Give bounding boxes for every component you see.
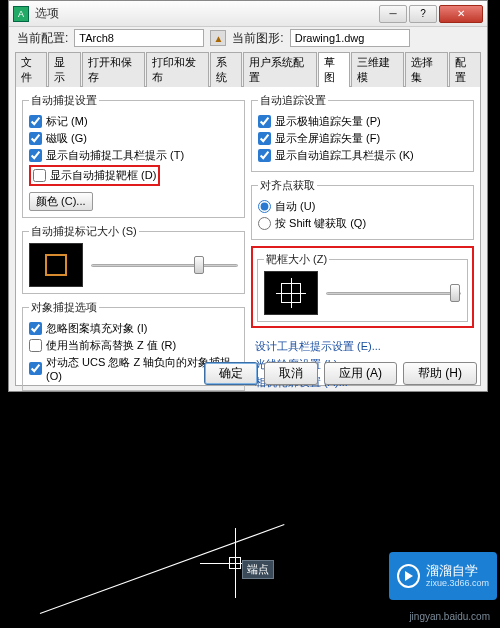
help-button[interactable]: ? bbox=[409, 5, 437, 23]
radio-shift[interactable]: 按 Shift 键获取 (Q) bbox=[258, 216, 467, 231]
tab-file[interactable]: 文件 bbox=[15, 52, 47, 87]
chk-track-tip-box[interactable] bbox=[258, 149, 271, 162]
chk-aperture[interactable]: 显示自动捕捉靶框 (D) bbox=[33, 168, 156, 183]
chk-polar-vec-box[interactable] bbox=[258, 115, 271, 128]
options-dialog: A 选项 ─ ? ✕ 当前配置: TArch8 ▲ 当前图形: Drawing1… bbox=[8, 0, 488, 392]
right-column: 自动追踪设置 显示极轴追踪矢量 (P) 显示全屏追踪矢量 (F) 显示自动追踪工… bbox=[251, 93, 474, 379]
ok-button[interactable]: 确定 bbox=[204, 362, 258, 385]
config-value: TArch8 bbox=[74, 29, 204, 47]
apply-button[interactable]: 应用 (A) bbox=[324, 362, 397, 385]
config-label: 当前配置: bbox=[17, 30, 68, 47]
watermark: jingyan.baidu.com bbox=[409, 611, 490, 622]
chk-replace-z[interactable]: 使用当前标高替换 Z 值 (R) bbox=[29, 338, 238, 353]
chk-full-vec[interactable]: 显示全屏追踪矢量 (F) bbox=[258, 131, 467, 146]
drawing-label: 当前图形: bbox=[232, 30, 283, 47]
minimize-button[interactable]: ─ bbox=[379, 5, 407, 23]
aperture-size-slider[interactable] bbox=[326, 284, 461, 302]
chk-magnet-box[interactable] bbox=[29, 132, 42, 145]
marker-size-slider[interactable] bbox=[91, 256, 238, 274]
chk-tooltip[interactable]: 显示自动捕捉工具栏提示 (T) bbox=[29, 148, 238, 163]
chk-magnet[interactable]: 磁吸 (G) bbox=[29, 131, 238, 146]
tab-display[interactable]: 显示 bbox=[48, 52, 80, 87]
marker-size-group: 自动捕捉标记大小 (S) bbox=[22, 224, 245, 294]
chk-track-tip[interactable]: 显示自动追踪工具栏提示 (K) bbox=[258, 148, 467, 163]
tab-selection[interactable]: 选择集 bbox=[405, 52, 448, 87]
highlight-aperture-size: 靶框大小 (Z) bbox=[251, 246, 474, 328]
tab-opensave[interactable]: 打开和保存 bbox=[82, 52, 145, 87]
tab-profiles[interactable]: 配置 bbox=[449, 52, 481, 87]
align-point-legend: 对齐点获取 bbox=[258, 178, 317, 193]
left-column: 自动捕捉设置 标记 (M) 磁吸 (G) 显示自动捕捉工具栏提示 (T) 显示自… bbox=[22, 93, 245, 379]
help-dialog-button[interactable]: 帮助 (H) bbox=[403, 362, 477, 385]
drawing-icon: ▲ bbox=[210, 30, 226, 46]
marker-size-legend: 自动捕捉标记大小 (S) bbox=[29, 224, 139, 239]
radio-auto-dot[interactable] bbox=[258, 200, 271, 213]
highlight-aperture-checkbox: 显示自动捕捉靶框 (D) bbox=[29, 165, 160, 186]
tab-drafting[interactable]: 草图 bbox=[318, 52, 350, 87]
chk-tooltip-box[interactable] bbox=[29, 149, 42, 162]
chk-full-vec-box[interactable] bbox=[258, 132, 271, 145]
aperture-size-legend: 靶框大小 (Z) bbox=[264, 252, 329, 267]
design-tooltip-button[interactable]: 设计工具栏提示设置 (E)... bbox=[255, 339, 470, 354]
brand-badge[interactable]: 溜溜自学 zixue.3d66.com bbox=[389, 552, 497, 600]
aperture-size-group: 靶框大小 (Z) bbox=[257, 252, 468, 322]
snap-tooltip: 端点 bbox=[242, 560, 274, 579]
chk-dyn-ucs-box[interactable] bbox=[29, 362, 42, 375]
marker-preview bbox=[29, 243, 83, 287]
cancel-button[interactable]: 取消 bbox=[264, 362, 318, 385]
drawing-value: Drawing1.dwg bbox=[290, 29, 410, 47]
close-button[interactable]: ✕ bbox=[439, 5, 483, 23]
autotrack-group: 自动追踪设置 显示极轴追踪矢量 (P) 显示全屏追踪矢量 (F) 显示自动追踪工… bbox=[251, 93, 474, 172]
chk-replace-z-box[interactable] bbox=[29, 339, 42, 352]
tab-userpref[interactable]: 用户系统配置 bbox=[243, 52, 316, 87]
window-title: 选项 bbox=[35, 5, 377, 22]
play-icon bbox=[397, 564, 420, 588]
chk-polar-vec[interactable]: 显示极轴追踪矢量 (P) bbox=[258, 114, 467, 129]
tab-3dmodel[interactable]: 三维建模 bbox=[351, 52, 404, 87]
chk-ignore-hatch-box[interactable] bbox=[29, 322, 42, 335]
align-point-group: 对齐点获取 自动 (U) 按 Shift 键获取 (Q) bbox=[251, 178, 474, 240]
chk-aperture-box[interactable] bbox=[33, 169, 46, 182]
brand-sub: zixue.3d66.com bbox=[426, 578, 489, 588]
tab-print[interactable]: 打印和发布 bbox=[146, 52, 209, 87]
drawing-canvas[interactable]: 端点 溜溜自学 zixue.3d66.com jingyan.baidu.com bbox=[0, 398, 500, 628]
autotrack-legend: 自动追踪设置 bbox=[258, 93, 328, 108]
chk-mark[interactable]: 标记 (M) bbox=[29, 114, 238, 129]
radio-shift-dot[interactable] bbox=[258, 217, 271, 230]
radio-auto[interactable]: 自动 (U) bbox=[258, 199, 467, 214]
titlebar: A 选项 ─ ? ✕ bbox=[9, 1, 487, 27]
header-row: 当前配置: TArch8 ▲ 当前图形: Drawing1.dwg bbox=[9, 27, 487, 49]
tab-strip: 文件 显示 打开和保存 打印和发布 系统 用户系统配置 草图 三维建模 选择集 … bbox=[9, 51, 487, 86]
autosnap-group: 自动捕捉设置 标记 (M) 磁吸 (G) 显示自动捕捉工具栏提示 (T) 显示自… bbox=[22, 93, 245, 218]
chk-mark-box[interactable] bbox=[29, 115, 42, 128]
chk-ignore-hatch[interactable]: 忽略图案填充对象 (I) bbox=[29, 321, 238, 336]
tab-system[interactable]: 系统 bbox=[210, 52, 242, 87]
tab-body: 自动捕捉设置 标记 (M) 磁吸 (G) 显示自动捕捉工具栏提示 (T) 显示自… bbox=[15, 86, 481, 386]
osnap-options-legend: 对象捕捉选项 bbox=[29, 300, 99, 315]
autosnap-legend: 自动捕捉设置 bbox=[29, 93, 99, 108]
app-icon: A bbox=[13, 6, 29, 22]
aperture-preview bbox=[264, 271, 318, 315]
color-button[interactable]: 颜色 (C)... bbox=[29, 192, 93, 211]
brand-title: 溜溜自学 bbox=[426, 564, 489, 578]
dialog-buttons: 确定 取消 应用 (A) 帮助 (H) bbox=[204, 362, 477, 385]
